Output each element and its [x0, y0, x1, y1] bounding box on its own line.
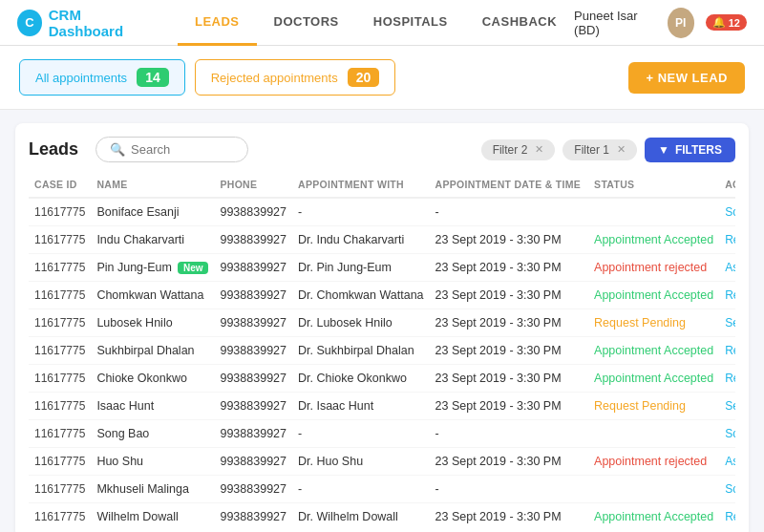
rejected-appointments-tab[interactable]: Rejected appointments 20	[195, 59, 396, 96]
col-appointment-with: APPOINTMENT WITH	[292, 172, 430, 198]
cell-case-id: 11617775	[29, 309, 91, 337]
filters-button[interactable]: ▼ FILTERS	[645, 138, 735, 162]
all-appointments-tab[interactable]: All appointments 14	[19, 59, 185, 96]
cell-date-time: -	[430, 476, 589, 503]
cell-appointment-with: Dr. Chioke Okonkwo	[292, 365, 430, 393]
cell-date-time: 23 Sept 2019 - 3:30 PM	[430, 503, 589, 531]
cell-date-time: 23 Sept 2019 - 3:30 PM	[430, 365, 589, 393]
action-link[interactable]: Assign to other doctor	[725, 455, 735, 468]
cell-action[interactable]: Assign to other doctor	[719, 448, 735, 476]
cell-action[interactable]: Reschedule appointment	[719, 282, 735, 309]
cell-case-id: 11617775	[29, 393, 91, 420]
cell-case-id: 11617775	[29, 226, 91, 254]
user-name: Puneet Isar (BD)	[574, 9, 655, 37]
filter-tag-1-label: Filter 2	[493, 143, 528, 157]
cell-action[interactable]: Schedule	[719, 420, 735, 448]
action-link[interactable]: Schedule	[725, 427, 735, 440]
filter-tag-2[interactable]: Filter 1 ✕	[562, 139, 637, 160]
search-box[interactable]: 🔍	[96, 137, 248, 162]
subheader: All appointments 14 Rejected appointment…	[0, 46, 764, 110]
leads-title: Leads	[29, 139, 78, 160]
nav-leads[interactable]: LEADS	[178, 0, 257, 46]
cell-status: Request Pending	[588, 393, 719, 420]
cell-date-time: 23 Sept 2019 - 3:30 PM	[430, 309, 589, 337]
col-appointment-date-time: APPOINTMENT DATE & TIME	[430, 172, 589, 198]
table-row: 11617775 Song Bao 9938839927 - - Schedul…	[29, 420, 735, 448]
bell-icon: 🔔	[712, 16, 726, 29]
notification-badge[interactable]: 🔔 12	[706, 14, 747, 31]
leads-section: Leads 🔍 Filter 2 ✕ Filter 1 ✕ ▼ FILTERS	[15, 123, 749, 532]
cell-action[interactable]: Assign to other doctor	[719, 254, 735, 282]
col-name: NAME	[91, 172, 214, 198]
all-appointments-label: All appointments	[35, 71, 127, 85]
logo-icon: C	[17, 10, 42, 36]
new-lead-button[interactable]: + NEW LEAD	[628, 62, 745, 94]
avatar: PI	[668, 8, 694, 38]
cell-name: Chioke Okonkwo	[91, 365, 214, 393]
table-row: 11617775 Boniface Esanji 9938839927 - - …	[29, 198, 735, 226]
cell-case-id: 11617775	[29, 365, 91, 393]
cell-status: Appointment Accepted	[588, 503, 719, 531]
table-header-row: CASE ID NAME PHONE APPOINTMENT WITH APPO…	[29, 172, 735, 198]
cell-status: Appointment Accepted	[588, 365, 719, 393]
cell-phone: 9938839927	[214, 448, 292, 476]
cell-phone: 9938839927	[214, 198, 292, 226]
action-link[interactable]: Reschedule appointment	[725, 233, 735, 246]
filter-tag-1-close[interactable]: ✕	[535, 143, 543, 156]
action-link[interactable]: Send reminder	[725, 399, 735, 413]
rejected-appointments-count: 20	[348, 68, 380, 87]
action-link[interactable]: Send reminder	[725, 316, 735, 330]
cell-name: Chomkwan Wattana	[91, 282, 214, 309]
cell-appointment-with: Dr. Chomkwan Wattana	[292, 282, 430, 309]
cell-appointment-with: Dr. Wilhelm Dowall	[292, 503, 430, 531]
cell-status: Request Pending	[588, 309, 719, 337]
cell-action[interactable]: Schedule appointment	[719, 198, 735, 226]
search-input[interactable]	[131, 142, 234, 157]
filter-tag-2-close[interactable]: ✕	[617, 143, 626, 156]
cell-appointment-with: Dr. Isaac Hunt	[292, 393, 430, 420]
table-row: 11617775 Chioke Okonkwo 9938839927 Dr. C…	[29, 365, 735, 393]
col-case-id: CASE ID	[29, 172, 91, 198]
cell-appointment-with: Dr. Sukhbirpal Dhalan	[292, 337, 430, 365]
search-icon: 🔍	[110, 142, 125, 157]
action-link[interactable]: Assign to other doctor	[725, 261, 735, 274]
cell-name: Sukhbirpal Dhalan	[91, 337, 214, 365]
cell-date-time: 23 Sept 2019 - 3:30 PM	[430, 448, 589, 476]
cell-phone: 9938839927	[214, 226, 292, 254]
action-link[interactable]: Schedule	[725, 482, 735, 496]
nav-hospitals[interactable]: HOSPITALS	[356, 0, 465, 46]
filter-tag-1[interactable]: Filter 2 ✕	[481, 139, 556, 160]
cell-phone: 9938839927	[214, 365, 292, 393]
cell-action[interactable]: Schedule	[719, 476, 735, 503]
cell-case-id: 11617775	[29, 337, 91, 365]
cell-phone: 9938839927	[214, 337, 292, 365]
action-link[interactable]: Reschedule appointment	[725, 372, 735, 385]
filter-funnel-icon: ▼	[658, 143, 669, 157]
action-link[interactable]: Schedule appointment	[725, 205, 735, 219]
cell-action[interactable]: Send reminder	[719, 309, 735, 337]
cell-appointment-with: Dr. Pin Jung-Eum	[292, 254, 430, 282]
cell-action[interactable]: Reschedule appointment	[719, 503, 735, 531]
action-link[interactable]: Reschedule appointment	[725, 344, 735, 357]
nav-doctors[interactable]: DOCTORS	[257, 0, 356, 46]
rejected-appointments-label: Rejected appointments	[211, 71, 338, 85]
table-row: 11617775 Chomkwan Wattana 9938839927 Dr.…	[29, 282, 735, 309]
cell-action[interactable]: Reschedule appointment	[719, 226, 735, 254]
cell-action[interactable]: Send reminder	[719, 393, 735, 420]
nav-cashback[interactable]: CASHBACK	[465, 0, 574, 46]
cell-action[interactable]: Reschedule appointment	[719, 365, 735, 393]
cell-appointment-with: Dr. Huo Shu	[292, 448, 430, 476]
cell-action[interactable]: Reschedule appointment	[719, 337, 735, 365]
filter-tag-2-label: Filter 1	[574, 143, 609, 157]
all-appointments-count: 14	[137, 68, 169, 87]
new-badge: New	[178, 262, 209, 274]
cell-status	[588, 476, 719, 503]
cell-status	[588, 198, 719, 226]
cell-name: Indu Chakarvarti	[91, 226, 214, 254]
table-row: 11617775 Indu Chakarvarti 9938839927 Dr.…	[29, 226, 735, 254]
action-link[interactable]: Reschedule appointment	[725, 510, 735, 523]
col-status: STATUS	[588, 172, 719, 198]
table-row: 11617775 Sukhbirpal Dhalan 9938839927 Dr…	[29, 337, 735, 365]
cell-status: Appointment Accepted	[588, 226, 719, 254]
action-link[interactable]: Reschedule appointment	[725, 288, 735, 302]
